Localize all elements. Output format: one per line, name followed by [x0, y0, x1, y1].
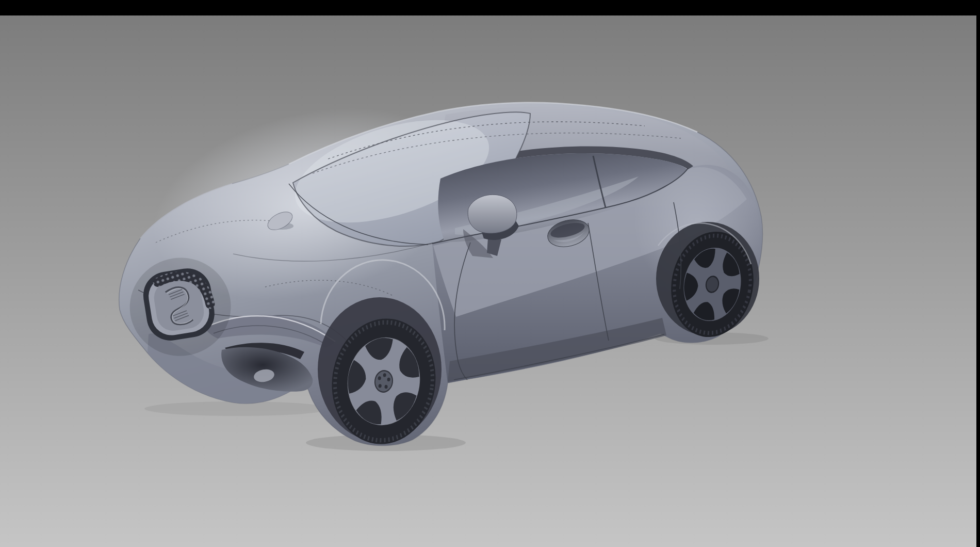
bumper-shadow: [144, 401, 330, 416]
right-letterbox-bar: [976, 0, 980, 547]
top-letterbox-bar: [0, 0, 980, 15]
cad-viewport[interactable]: [0, 0, 980, 547]
render-canvas: [0, 0, 980, 547]
mirror-housing: [468, 195, 517, 233]
car-3d-model: [119, 77, 780, 451]
